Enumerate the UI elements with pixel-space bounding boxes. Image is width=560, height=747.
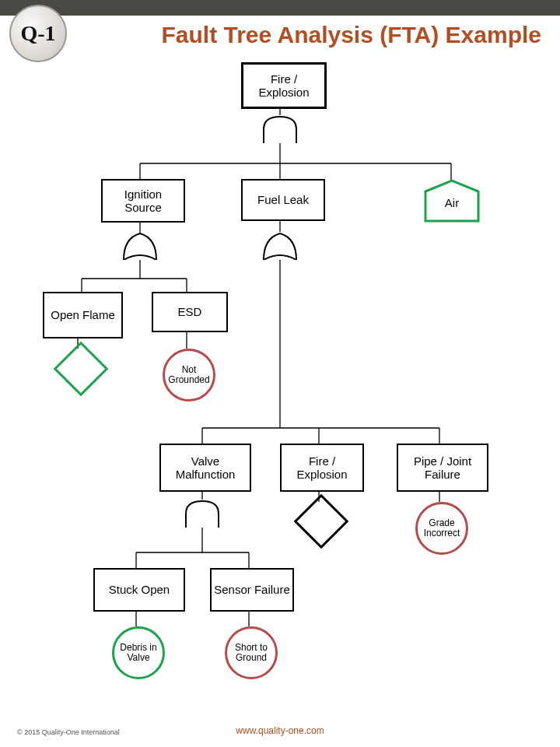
page-title: Fault Tree Analysis (FTA) Example: [162, 22, 541, 48]
air-label: Air: [424, 196, 480, 209]
brand-logo: Q-1: [9, 5, 67, 62]
event-open-flame: Open Flame: [43, 292, 123, 338]
event-top: Fire / Explosion: [241, 62, 327, 109]
event-ignition: Ignition Source: [101, 179, 185, 223]
undeveloped-diamond-icon: [295, 495, 343, 543]
fta-diagram: Fire / Explosion Ignition Source Fuel Le…: [0, 54, 560, 731]
event-fire-explosion-sub: Fire / Explosion: [280, 444, 364, 492]
footer-url: www.quality-one.com: [236, 725, 324, 736]
basic-event-short: Short to Ground: [225, 626, 278, 679]
top-bar: [0, 0, 560, 16]
event-pipe-joint-failure: Pipe / Joint Failure: [397, 444, 488, 492]
event-sensor-failure: Sensor Failure: [210, 568, 294, 612]
basic-event-grade-incorrect: Grade Incorrect: [415, 502, 468, 555]
footer-copyright: © 2015 Quality-One International: [17, 728, 120, 736]
basic-event-not-grounded: Not Grounded: [163, 349, 215, 402]
event-stuck-open: Stuck Open: [93, 568, 185, 612]
event-air-external: Air: [424, 179, 478, 218]
undeveloped-diamond-icon: [54, 342, 103, 391]
basic-event-debris: Debris in Valve: [112, 626, 165, 679]
or-gate-icon: [122, 232, 158, 260]
and-gate-icon: [262, 115, 298, 143]
event-valve-malfunction: Valve Malfunction: [159, 444, 251, 492]
and-gate-icon: [184, 500, 220, 528]
event-esd: ESD: [152, 292, 228, 332]
or-gate-icon: [262, 232, 298, 260]
event-fuel-leak: Fuel Leak: [241, 179, 325, 221]
